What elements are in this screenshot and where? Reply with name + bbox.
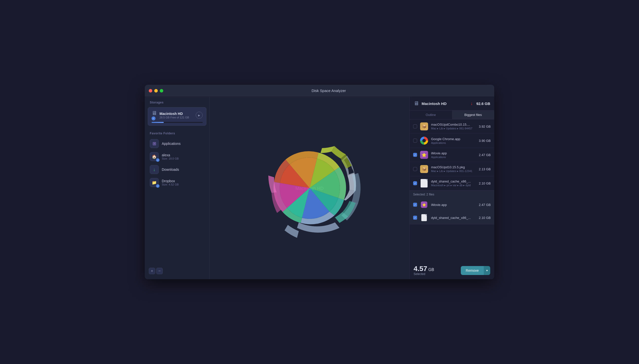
file-item[interactable]: 📦 macOSUpd10.15.5.pkg Mac ▸ Lib ▸ Update… <box>410 162 494 176</box>
selected-file-size-1: 2.47 GB <box>479 203 491 207</box>
pkg-icon-2: 📦 <box>420 165 428 173</box>
file-size-5: 2.10 GB <box>479 182 491 185</box>
selected-checkbox-2[interactable]: ✓ <box>413 216 417 220</box>
file-item[interactable]: Google Chrome.app Applications 3.90 GB <box>410 134 494 148</box>
alexa-checkmark: ✓ <box>156 158 159 162</box>
file-info-5: dyld_shared_cache_x86_... Macintosh ▸ pr… <box>431 180 476 187</box>
generic-file-icon <box>420 179 428 188</box>
dropbox-name: Dropbox <box>162 179 179 183</box>
selected-file-name-2: dyld_shared_cache_x86_... <box>431 216 476 220</box>
storage-free: 28.5 GB Free of 121 GB <box>159 116 189 119</box>
file-checkbox-2[interactable] <box>413 138 417 142</box>
file-checkbox-4[interactable] <box>413 167 417 171</box>
selected-file-info-2: dyld_shared_cache_x86_... <box>431 216 476 220</box>
selected-size-info: 4.57 GB Selected <box>413 265 458 276</box>
alexa-icon-wrap: 🏠 ✓ <box>150 152 159 161</box>
selected-checkbox-1[interactable]: ✓ <box>413 203 417 207</box>
file-name-1: macOSUpdCombo10.15.... <box>431 123 476 126</box>
selected-item-2: ✓ dyld_shared_cache_x86_... 2.10 GB <box>410 211 494 224</box>
downloads-icon: ↓ <box>153 167 155 172</box>
selected-file-size-2: 2.10 GB <box>479 216 491 220</box>
file-name-4: macOSUpd10.15.5.pkg <box>431 165 476 169</box>
file-size-2: 3.90 GB <box>479 139 491 142</box>
pkg-icon-1: 📦 <box>420 122 428 130</box>
storage-play-button[interactable]: ▶ <box>196 112 203 119</box>
home-icon: 🏠 <box>152 154 157 159</box>
close-button[interactable] <box>149 89 152 92</box>
sidebar-item-downloads[interactable]: ↓ Downloads <box>145 163 209 176</box>
applications-icon-wrap: ⊞ <box>150 139 159 148</box>
selected-section: Selected: 2 files ✓ ⭐ iMovie.app 2.47 GB <box>410 190 494 224</box>
file-checkbox-3[interactable]: ✓ <box>413 153 417 157</box>
file-name-3: iMovie.app <box>431 151 476 155</box>
file-icon-wrap-5 <box>419 179 429 188</box>
remove-dropdown-button[interactable]: ▾ <box>484 266 490 275</box>
file-info-1: macOSUpdCombo10.15.... Mac ▸ Lib ▸ Updat… <box>431 123 476 130</box>
selected-icon-2 <box>419 213 429 222</box>
right-panel-drive-icon: 🖥 <box>413 100 419 107</box>
sidebar-footer: + − <box>145 266 209 276</box>
file-path-5: Macintosh ▸ pri ▸ var ▸ db ▸ dyld <box>431 184 476 187</box>
file-name-2: Google Chrome.app <box>431 137 476 141</box>
traffic-lights <box>149 89 163 92</box>
file-item[interactable]: ✓ ⭐ iMovie.app Applications 2.47 GB <box>410 148 494 162</box>
storage-name-row: 🖥 ✓ Macintosh HD 28.5 GB Free of 121 GB <box>151 110 189 120</box>
sidebar-item-dropbox[interactable]: 📁 ✓ Dropbox Size: 4.52 GB <box>145 176 209 189</box>
minimize-button[interactable] <box>154 89 158 92</box>
storage-info: Macintosh HD 28.5 GB Free of 121 GB <box>159 112 189 119</box>
remove-folder-button[interactable]: − <box>156 268 163 274</box>
remove-button[interactable]: Remove <box>461 266 484 275</box>
file-name-5: dyld_shared_cache_x86_... <box>431 180 476 183</box>
storage-checkmark: ✓ <box>151 116 155 120</box>
storage-item-header: 🖥 ✓ Macintosh HD 28.5 GB Free of 121 GB … <box>151 110 203 120</box>
sidebar-item-applications[interactable]: ⊞ Applications <box>145 137 209 150</box>
imovie-icon: ⭐ <box>420 151 428 159</box>
favorites-label: Favorite Folders <box>145 127 209 137</box>
file-size-4: 2.13 GB <box>479 167 491 171</box>
file-path-2: Applications <box>431 141 476 144</box>
sidebar: Storages 🖥 ✓ Macintosh HD 28.5 GB Free o… <box>145 97 210 279</box>
right-panel: 🖥 Macintosh HD ↓ 92.6 GB Outline Biggest… <box>409 97 494 279</box>
tab-biggest-files[interactable]: Biggest files <box>452 110 495 119</box>
selected-item-1: ✓ ⭐ iMovie.app 2.47 GB <box>410 198 494 211</box>
downloads-info: Downloads <box>162 168 179 172</box>
storages-label: Storages <box>145 97 209 106</box>
file-item[interactable]: 📦 macOSUpdCombo10.15.... Mac ▸ Lib ▸ Upd… <box>410 120 494 134</box>
downloads-name: Downloads <box>162 168 179 172</box>
tab-outline[interactable]: Outline <box>410 110 452 119</box>
maximize-button[interactable] <box>160 89 163 92</box>
applications-icon: ⊞ <box>152 141 156 146</box>
file-checkbox-1[interactable] <box>413 124 417 128</box>
file-size-1: 3.92 GB <box>479 125 491 128</box>
app-window: Disk Space Analyzer Storages 🖥 ✓ Macinto… <box>145 85 494 279</box>
selected-generic-icon <box>421 214 427 221</box>
file-icon-wrap-3: ⭐ <box>419 150 429 159</box>
window-title: Disk Space Analyzer <box>167 88 490 93</box>
sunburst-chart[interactable]: Macintosh HD <box>245 123 374 253</box>
chrome-icon <box>420 136 428 144</box>
alexa-info: alexa Size: 18.0 GB <box>162 153 179 160</box>
selected-gb-unit: GB <box>428 268 434 272</box>
file-info-4: macOSUpd10.15.5.pkg Mac ▸ Lib ▸ Updates … <box>431 165 476 173</box>
titlebar: Disk Space Analyzer <box>145 85 494 97</box>
applications-label: Applications <box>162 142 181 146</box>
alexa-size: Size: 18.0 GB <box>162 157 179 160</box>
selected-header: Selected: 2 files <box>410 191 494 198</box>
remove-button-group: Remove ▾ <box>461 266 490 275</box>
storage-item-macintosh-hd[interactable]: 🖥 ✓ Macintosh HD 28.5 GB Free of 121 GB … <box>148 107 206 126</box>
file-icon-wrap-1: 📦 <box>419 122 429 131</box>
right-panel-footer: 4.57 GB Selected Remove ▾ <box>410 262 494 279</box>
main-content: Storages 🖥 ✓ Macintosh HD 28.5 GB Free o… <box>145 97 494 279</box>
file-checkbox-5[interactable]: ✓ <box>413 181 417 185</box>
file-item[interactable]: ✓ dyld_shared_cache_x86_... Macintosh ▸ … <box>410 176 494 190</box>
download-indicator-arrow: ↓ <box>471 101 473 106</box>
right-panel-header: 🖥 Macintosh HD ↓ 92.6 GB <box>410 97 494 110</box>
selected-label: Selected <box>413 272 458 276</box>
sidebar-item-alexa[interactable]: 🏠 ✓ alexa Size: 18.0 GB <box>145 150 209 163</box>
file-path-1: Mac ▸ Lib ▸ Updates ▸ 061-94457 <box>431 127 476 130</box>
file-path-4: Mac ▸ Lib ▸ Updates ▸ 001-12341 <box>431 170 476 173</box>
folder-icon: 📁 <box>152 180 157 185</box>
dropbox-icon-wrap: 📁 ✓ <box>150 178 159 187</box>
add-folder-button[interactable]: + <box>149 268 155 274</box>
right-panel-drive-size: 92.6 GB <box>476 102 490 106</box>
